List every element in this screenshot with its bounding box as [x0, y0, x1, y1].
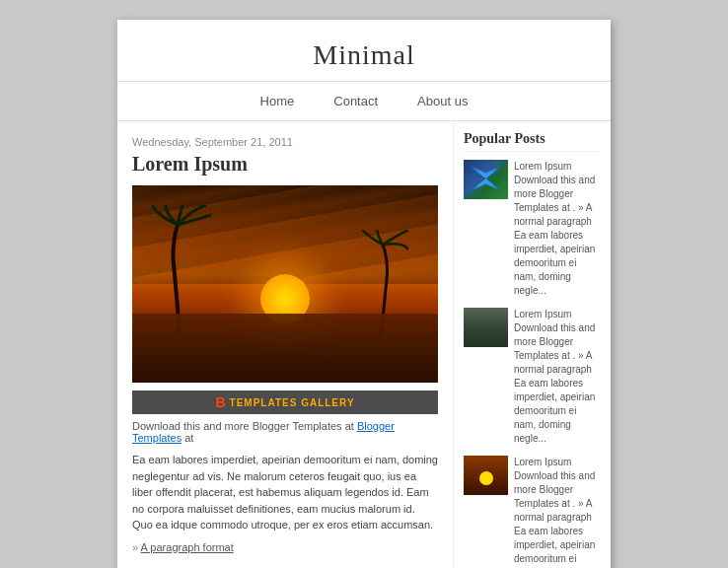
main-content: Wednesday, September 21, 2011 Lorem Ipsu…	[117, 121, 453, 568]
thumb-butterfly-bg	[464, 160, 508, 199]
post-download: Download this and more Blogger Templates…	[132, 420, 438, 444]
popular-post-text-2: Lorem Ipsum Download this and more Blogg…	[514, 308, 601, 446]
popular-post-text-3: Lorem Ipsum Download this and more Blogg…	[514, 456, 601, 568]
popular-post-3: Lorem Ipsum Download this and more Blogg…	[464, 456, 601, 568]
page-wrapper: Minimal Home Contact About us Wednesday,…	[117, 20, 611, 568]
post-image	[132, 185, 438, 383]
popular-post-2: Lorem Ipsum Download this and more Blogg…	[464, 308, 601, 446]
popular-post-thumb-1	[464, 160, 508, 199]
nav-home[interactable]: Home	[241, 90, 315, 112]
post-title: Lorem Ipsum	[132, 153, 438, 176]
post-body: Ea eam labores imperdiet, apeirian demoo…	[132, 452, 438, 533]
site-header: Minimal	[117, 20, 611, 81]
post-date: Wednesday, September 21, 2011	[132, 136, 438, 148]
thumb-sun	[479, 471, 493, 485]
sidebar: Popular Posts Lorem Ipsum Download this …	[453, 121, 611, 568]
download-text: Download this and more Blogger Templates…	[132, 420, 354, 432]
popular-post-1: Lorem Ipsum Download this and more Blogg…	[464, 160, 601, 298]
content-area: Wednesday, September 21, 2011 Lorem Ipsu…	[117, 121, 611, 568]
popular-post-thumb-3	[464, 456, 508, 495]
paragraph-format-link[interactable]: A paragraph format	[141, 541, 234, 553]
popular-post-text-1: Lorem Ipsum Download this and more Blogg…	[514, 160, 601, 298]
butterfly-icon	[469, 165, 503, 192]
download-at: at	[184, 432, 193, 444]
popular-posts-title: Popular Posts	[464, 131, 601, 152]
watermark-b-icon: B	[215, 394, 225, 410]
site-title: Minimal	[117, 39, 611, 71]
post-paragraph-link: A paragraph format	[132, 541, 438, 553]
popular-post-thumb-2	[464, 308, 508, 347]
main-nav: Home Contact About us	[117, 81, 611, 121]
thumb-landscape-bg	[464, 308, 508, 347]
water-reflection	[132, 314, 438, 383]
nav-contact[interactable]: Contact	[314, 90, 398, 112]
nav-about[interactable]: About us	[398, 90, 487, 112]
watermark-bar: B TEMPLATES GALLERY	[132, 390, 438, 414]
watermark-text: TEMPLATES GALLERY	[230, 397, 355, 408]
thumb-sunset-bg	[464, 456, 508, 495]
